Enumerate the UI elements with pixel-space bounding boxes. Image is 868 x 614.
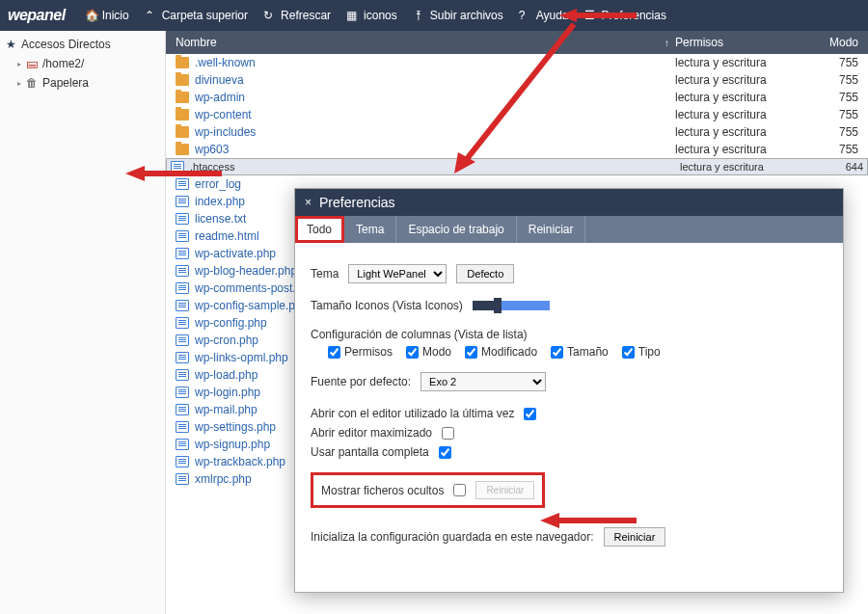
- file-row[interactable]: divinuevalectura y escritura755: [166, 71, 868, 89]
- col-mod-checkbox[interactable]: [465, 346, 477, 359]
- file-icon: [176, 265, 189, 277]
- fullscreen-label: Usar pantalla completa: [311, 445, 429, 459]
- col-mod-text: Modificado: [481, 345, 537, 359]
- open-max-checkbox[interactable]: [442, 427, 454, 440]
- drive-icon: 🖴: [26, 57, 38, 70]
- close-icon[interactable]: ×: [305, 196, 312, 209]
- file-perm: lectura y escritura: [680, 161, 805, 173]
- sidebar: ★Accesos Directos ▸🖴/home2/ ▸🗑Papelera: [0, 31, 166, 614]
- brand-logo: wepanel: [8, 7, 66, 24]
- fullscreen-row: Usar pantalla completa: [311, 445, 827, 459]
- sliders-icon: ☰: [584, 9, 598, 22]
- file-icon: [176, 213, 189, 225]
- file-mode: 755: [800, 108, 858, 121]
- folder-icon: [176, 144, 189, 155]
- col-size-text: Tamaño: [567, 345, 609, 359]
- reset-button[interactable]: Reiniciar: [604, 527, 666, 547]
- tab-workspace[interactable]: Espacio de trabajo: [396, 216, 516, 243]
- reset-row: Inicializa la configuración guardada en …: [311, 527, 827, 547]
- dialog-body: Tema Light WePanel Defecto Tamaño Iconos…: [295, 243, 843, 592]
- open-last-label: Abrir con el editor utilizado la última …: [311, 407, 514, 420]
- font-select[interactable]: Exo 2: [420, 372, 546, 391]
- col-perm-checkbox[interactable]: [328, 346, 340, 359]
- file-perm: lectura y escritura: [675, 125, 800, 139]
- sidebar-trash[interactable]: ▸🗑Papelera: [0, 73, 165, 93]
- fullscreen-checkbox[interactable]: [439, 446, 451, 459]
- dialog-title-text: Preferencias: [319, 195, 395, 210]
- trash-label: Papelera: [42, 76, 89, 90]
- file-row[interactable]: wp-includeslectura y escritura755: [166, 123, 868, 141]
- tab-reset[interactable]: Reiniciar: [517, 216, 586, 243]
- file-row[interactable]: .htaccesslectura y escritura644: [166, 158, 868, 175]
- file-icon: [176, 196, 189, 207]
- col-type-text: Tipo: [638, 345, 661, 359]
- font-row: Fuente por defecto: Exo 2: [311, 372, 827, 391]
- grid-icon: ▦: [346, 9, 360, 22]
- file-row[interactable]: wp-adminlectura y escritura755: [166, 89, 868, 106]
- tab-tema[interactable]: Tema: [344, 216, 396, 243]
- show-hidden-label: Mostrar ficheros ocultos: [321, 484, 444, 497]
- icon-size-slider[interactable]: [473, 301, 550, 310]
- col-mode-checkbox[interactable]: [406, 346, 419, 359]
- file-mode: 644: [805, 161, 863, 173]
- file-row[interactable]: .well-knownlectura y escritura755: [166, 54, 868, 71]
- file-name: wp603: [195, 143, 675, 156]
- sidebar-shortcuts[interactable]: ★Accesos Directos: [0, 35, 165, 54]
- file-icon: [176, 282, 189, 294]
- col-size-checkbox[interactable]: [551, 346, 563, 359]
- refresh-button[interactable]: ↻Refrescar: [256, 0, 339, 31]
- theme-select[interactable]: Light WePanel: [348, 264, 447, 283]
- help-button[interactable]: ?Ayuda: [511, 0, 577, 31]
- upload-button[interactable]: ⭱Subir archivos: [405, 0, 511, 31]
- theme-default-button[interactable]: Defecto: [456, 264, 514, 283]
- open-max-label: Abrir editor maximizado: [311, 426, 432, 440]
- sidebar-home-drive[interactable]: ▸🖴/home2/: [0, 54, 165, 73]
- col-size-check[interactable]: Tamaño: [551, 345, 609, 359]
- home-button[interactable]: 🏠Inicio: [77, 0, 137, 31]
- file-perm: lectura y escritura: [675, 143, 800, 156]
- col-type-checkbox[interactable]: [622, 346, 635, 359]
- reset-label: Inicializa la configuración guardada en …: [311, 530, 594, 544]
- folder-icon: [176, 57, 189, 68]
- col-perm-check[interactable]: Permisos: [328, 345, 393, 359]
- col-name-header[interactable]: Nombre: [176, 36, 665, 49]
- dialog-titlebar[interactable]: × Preferencias: [295, 189, 843, 216]
- open-last-row: Abrir con el editor utilizado la última …: [311, 407, 827, 420]
- open-last-checkbox[interactable]: [524, 408, 536, 420]
- file-icon: [176, 473, 189, 485]
- trash-icon: 🗑: [26, 76, 38, 90]
- file-name: divinueva: [195, 73, 675, 87]
- home-icon: 🏠: [85, 9, 98, 22]
- file-mode: 755: [800, 143, 858, 156]
- col-type-check[interactable]: Tipo: [622, 345, 661, 359]
- col-mode-check[interactable]: Modo: [406, 345, 451, 359]
- tab-todo[interactable]: Todo: [295, 216, 344, 243]
- file-row[interactable]: wp603lectura y escritura755: [166, 141, 868, 158]
- file-icon: [176, 421, 189, 433]
- col-mod-check[interactable]: Modificado: [465, 345, 537, 359]
- file-row[interactable]: wp-contentlectura y escritura755: [166, 106, 868, 123]
- shortcuts-label: Accesos Directos: [21, 38, 111, 51]
- show-hidden-reset-button[interactable]: Reiniciar: [475, 481, 534, 499]
- icon-size-label: Tamaño Iconos (Vista Iconos): [311, 299, 463, 312]
- expand-icon: ▸: [17, 79, 21, 88]
- file-mode: 755: [800, 73, 858, 87]
- col-perm-header[interactable]: Permisos: [675, 36, 800, 49]
- preferences-button[interactable]: ☰Preferencias: [577, 0, 674, 31]
- file-perm: lectura y escritura: [675, 91, 800, 104]
- column-config-label: Configuración de columnas (Vista de list…: [311, 328, 827, 341]
- col-mode-header[interactable]: Modo: [800, 36, 858, 49]
- icons-view-button[interactable]: ▦iconos: [339, 0, 405, 31]
- theme-row: Tema Light WePanel Defecto: [311, 264, 827, 283]
- file-icon: [176, 334, 189, 346]
- sort-asc-icon: ↑: [665, 38, 669, 48]
- star-icon: ★: [6, 38, 16, 51]
- file-name: wp-includes: [195, 125, 675, 139]
- file-icon: [176, 317, 189, 329]
- font-label: Fuente por defecto:: [311, 375, 411, 388]
- show-hidden-highlight: Mostrar ficheros ocultos Reiniciar: [311, 472, 545, 508]
- file-mode: 755: [800, 56, 858, 69]
- help-icon: ?: [519, 9, 532, 22]
- parent-folder-button[interactable]: ⌃Carpeta superior: [137, 0, 256, 31]
- show-hidden-checkbox[interactable]: [453, 484, 466, 496]
